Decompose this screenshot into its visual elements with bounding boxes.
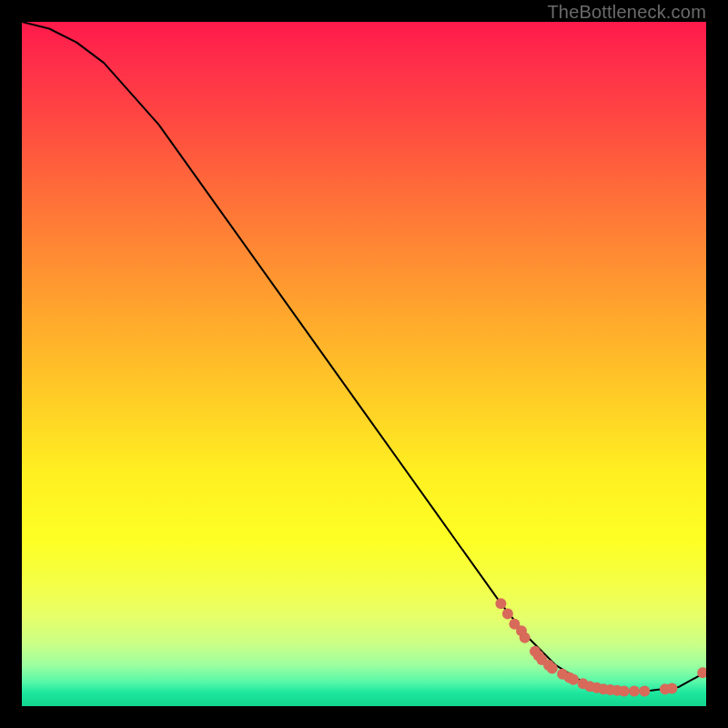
highlight-dot [568,674,579,685]
highlight-dot [547,663,558,674]
highlight-dot [666,682,677,693]
chart-svg [22,22,706,706]
attribution-label: TheBottleneck.com [547,2,706,23]
bottleneck-curve [22,22,706,692]
highlight-dot [495,598,506,609]
highlight-dot [520,632,531,643]
highlight-dot [619,686,630,697]
plot-area [22,22,706,706]
highlight-dot [629,686,640,697]
highlight-dot [502,609,513,620]
highlight-dots [495,598,706,696]
chart-frame: TheBottleneck.com [0,0,728,728]
highlight-dot [639,686,650,697]
